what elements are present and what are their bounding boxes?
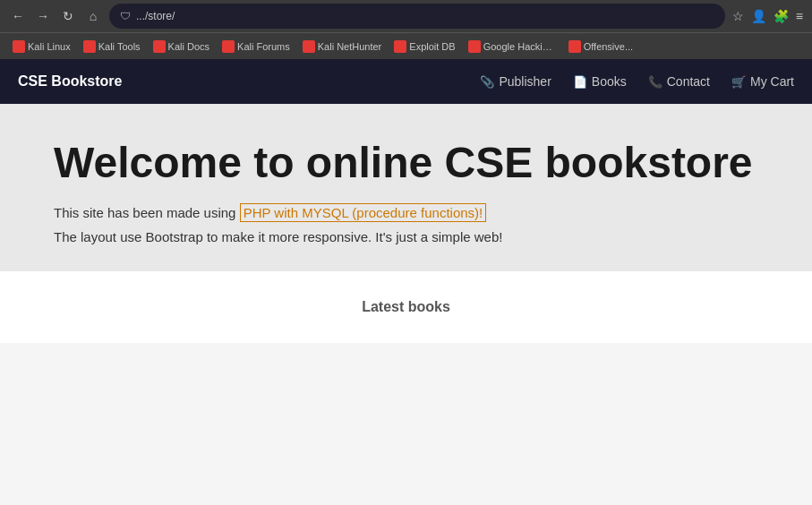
bookmark-favicon xyxy=(568,40,581,53)
nav-books-label: Books xyxy=(592,74,627,89)
nav-contact-label: Contact xyxy=(667,74,710,89)
latest-title: Latest books xyxy=(362,299,450,315)
bookmark-favicon xyxy=(394,40,406,53)
bookmark-label: Kali Linux xyxy=(28,41,71,52)
bookmark-label: Kali NetHunter xyxy=(318,41,382,52)
latest-section: Latest books xyxy=(0,271,812,343)
nav-link-books[interactable]: 📄 Books xyxy=(573,74,627,89)
cart-icon: 🛒 xyxy=(731,75,746,89)
bookmark-kali-linux[interactable]: Kali Linux xyxy=(7,39,76,55)
site-nav-links: 📎 Publisher 📄 Books 📞 Contact 🛒 xyxy=(480,74,794,89)
bookmark-kali-forums[interactable]: Kali Forums xyxy=(217,39,295,55)
bookmark-offensive[interactable]: Offensive... xyxy=(563,39,638,55)
hero-text2: The layout use Bootstrap to make it more… xyxy=(54,229,758,244)
nav-item-books[interactable]: 📄 Books xyxy=(573,74,627,89)
back-button[interactable]: ← xyxy=(9,7,27,25)
menu-button[interactable]: ≡ xyxy=(796,9,803,23)
nav-link-cart[interactable]: 🛒 My Cart xyxy=(731,74,794,89)
website-content: CSE Bookstore 📎 Publisher 📄 Books 📞 Cont… xyxy=(0,59,812,505)
address-text: .../store/ xyxy=(136,10,714,22)
hero-section: Welcome to online CSE bookstore This sit… xyxy=(0,104,812,271)
bookmark-label: Kali Forums xyxy=(237,41,290,52)
hero-text1: This site has been made using PHP with M… xyxy=(54,205,758,220)
address-bar[interactable]: 🛡 .../store/ xyxy=(109,4,725,29)
nav-cart-label: My Cart xyxy=(750,74,794,89)
paperclip-icon: 📎 xyxy=(480,75,494,89)
forward-button[interactable]: → xyxy=(34,7,52,25)
home-button[interactable]: ⌂ xyxy=(84,7,102,25)
bookmark-favicon xyxy=(13,40,25,53)
php-link[interactable]: PHP with MYSQL (procedure functions)! xyxy=(240,203,487,222)
bookmark-label: Kali Tools xyxy=(98,41,141,52)
hero-title: Welcome to online CSE bookstore xyxy=(54,140,758,187)
bookmark-label: Exploit DB xyxy=(409,41,455,52)
nav-link-publisher[interactable]: 📎 Publisher xyxy=(480,74,551,89)
profile-button[interactable]: 👤 xyxy=(751,9,766,23)
bookmark-nethunter[interactable]: Kali NetHunter xyxy=(297,39,388,55)
bookmark-favicon xyxy=(468,40,481,53)
title-bar: ← → ↻ ⌂ 🛡 .../store/ ☆ 👤 🧩 ≡ xyxy=(0,0,812,32)
phone-icon: 📞 xyxy=(648,75,662,89)
hero-text1-before: This site has been made using xyxy=(54,205,240,220)
bookmark-google-hacking[interactable]: Google Hacking DB xyxy=(463,39,561,55)
site-navbar: CSE Bookstore 📎 Publisher 📄 Books 📞 Cont… xyxy=(0,59,812,104)
site-brand: CSE Bookstore xyxy=(18,73,122,90)
bookmark-label: Offensive... xyxy=(584,41,633,52)
nav-link-contact[interactable]: 📞 Contact xyxy=(648,74,710,89)
nav-item-publisher[interactable]: 📎 Publisher xyxy=(480,74,551,89)
shield-icon: 🛡 xyxy=(120,10,131,22)
bookmarks-bar: Kali Linux Kali Tools Kali Docs Kali For… xyxy=(0,32,812,59)
bookmark-kali-docs[interactable]: Kali Docs xyxy=(148,39,215,55)
nav-publisher-label: Publisher xyxy=(499,74,551,89)
bookmark-favicon xyxy=(83,40,96,53)
reload-button[interactable]: ↻ xyxy=(59,7,77,25)
bookmark-exploit-db[interactable]: Exploit DB xyxy=(389,39,460,55)
bookmark-label: Kali Docs xyxy=(168,41,209,52)
nav-item-cart[interactable]: 🛒 My Cart xyxy=(731,74,794,89)
bookmark-label: Google Hacking DB xyxy=(483,41,556,52)
bookmark-favicon xyxy=(222,40,235,53)
nav-item-contact[interactable]: 📞 Contact xyxy=(648,74,710,89)
bookmark-kali-tools[interactable]: Kali Tools xyxy=(78,39,146,55)
extensions-button[interactable]: 🧩 xyxy=(774,9,789,23)
browser-chrome: ← → ↻ ⌂ 🛡 .../store/ ☆ 👤 🧩 ≡ Kali Linux … xyxy=(0,0,812,59)
books-icon: 📄 xyxy=(573,75,587,89)
bookmark-favicon xyxy=(303,40,315,53)
bookmark-favicon xyxy=(153,40,166,53)
bookmark-star-button[interactable]: ☆ xyxy=(732,9,744,23)
